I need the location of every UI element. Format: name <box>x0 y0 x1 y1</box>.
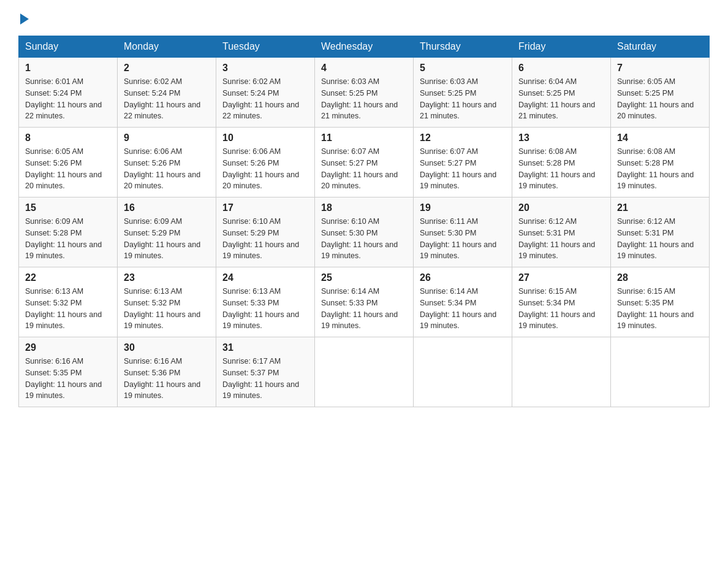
day-info: Sunrise: 6:13 AMSunset: 5:32 PMDaylight:… <box>25 286 111 332</box>
weekday-header-monday: Monday <box>118 36 216 58</box>
day-number: 22 <box>25 272 111 283</box>
day-info: Sunrise: 6:08 AMSunset: 5:28 PMDaylight:… <box>617 146 703 192</box>
day-info: Sunrise: 6:11 AMSunset: 5:30 PMDaylight:… <box>420 216 506 262</box>
calendar-week-row: 1Sunrise: 6:01 AMSunset: 5:24 PMDaylight… <box>19 58 710 128</box>
day-info: Sunrise: 6:03 AMSunset: 5:25 PMDaylight:… <box>321 76 407 122</box>
day-number: 30 <box>124 342 210 353</box>
day-number: 5 <box>420 63 506 74</box>
calendar-cell: 25Sunrise: 6:14 AMSunset: 5:33 PMDayligh… <box>315 267 414 337</box>
calendar-body: 1Sunrise: 6:01 AMSunset: 5:24 PMDaylight… <box>19 58 710 407</box>
calendar-cell: 1Sunrise: 6:01 AMSunset: 5:24 PMDaylight… <box>19 58 118 128</box>
calendar-week-row: 22Sunrise: 6:13 AMSunset: 5:32 PMDayligh… <box>19 267 710 337</box>
day-number: 17 <box>222 202 308 213</box>
calendar-cell: 27Sunrise: 6:15 AMSunset: 5:34 PMDayligh… <box>512 267 611 337</box>
day-number: 29 <box>25 342 111 353</box>
calendar-cell: 29Sunrise: 6:16 AMSunset: 5:35 PMDayligh… <box>19 337 118 407</box>
day-number: 18 <box>321 202 407 213</box>
day-info: Sunrise: 6:05 AMSunset: 5:26 PMDaylight:… <box>25 146 111 192</box>
day-info: Sunrise: 6:01 AMSunset: 5:24 PMDaylight:… <box>25 76 111 122</box>
day-info: Sunrise: 6:07 AMSunset: 5:27 PMDaylight:… <box>321 146 407 192</box>
day-info: Sunrise: 6:08 AMSunset: 5:28 PMDaylight:… <box>518 146 604 192</box>
day-info: Sunrise: 6:12 AMSunset: 5:31 PMDaylight:… <box>518 216 604 262</box>
day-number: 4 <box>321 63 407 74</box>
weekday-header-sunday: Sunday <box>19 36 118 58</box>
day-number: 28 <box>617 272 703 283</box>
logo-arrow-icon <box>20 13 29 25</box>
weekday-header-wednesday: Wednesday <box>315 36 414 58</box>
calendar-cell <box>611 337 710 407</box>
day-info: Sunrise: 6:16 AMSunset: 5:36 PMDaylight:… <box>124 356 210 402</box>
calendar-table: SundayMondayTuesdayWednesdayThursdayFrid… <box>18 36 710 407</box>
calendar-cell: 7Sunrise: 6:05 AMSunset: 5:25 PMDaylight… <box>611 58 710 128</box>
day-info: Sunrise: 6:03 AMSunset: 5:25 PMDaylight:… <box>420 76 506 122</box>
calendar-cell: 13Sunrise: 6:08 AMSunset: 5:28 PMDayligh… <box>512 128 611 197</box>
page-header <box>18 12 710 25</box>
calendar-cell: 21Sunrise: 6:12 AMSunset: 5:31 PMDayligh… <box>611 197 710 267</box>
day-number: 7 <box>617 63 703 74</box>
day-info: Sunrise: 6:09 AMSunset: 5:29 PMDaylight:… <box>124 216 210 262</box>
day-info: Sunrise: 6:06 AMSunset: 5:26 PMDaylight:… <box>124 146 210 192</box>
calendar-cell: 14Sunrise: 6:08 AMSunset: 5:28 PMDayligh… <box>611 128 710 197</box>
day-number: 24 <box>222 272 308 283</box>
day-info: Sunrise: 6:15 AMSunset: 5:35 PMDaylight:… <box>617 286 703 332</box>
day-info: Sunrise: 6:07 AMSunset: 5:27 PMDaylight:… <box>420 146 506 192</box>
day-info: Sunrise: 6:02 AMSunset: 5:24 PMDaylight:… <box>222 76 308 122</box>
calendar-cell: 23Sunrise: 6:13 AMSunset: 5:32 PMDayligh… <box>118 267 216 337</box>
day-number: 12 <box>420 132 506 144</box>
calendar-week-row: 8Sunrise: 6:05 AMSunset: 5:26 PMDaylight… <box>19 128 710 197</box>
day-number: 1 <box>25 63 111 74</box>
calendar-cell: 12Sunrise: 6:07 AMSunset: 5:27 PMDayligh… <box>414 128 512 197</box>
day-number: 14 <box>617 132 703 144</box>
calendar-cell: 15Sunrise: 6:09 AMSunset: 5:28 PMDayligh… <box>19 197 118 267</box>
calendar-cell: 22Sunrise: 6:13 AMSunset: 5:32 PMDayligh… <box>19 267 118 337</box>
weekday-header-tuesday: Tuesday <box>216 36 315 58</box>
calendar-cell: 19Sunrise: 6:11 AMSunset: 5:30 PMDayligh… <box>414 197 512 267</box>
day-number: 15 <box>25 202 111 213</box>
calendar-cell: 28Sunrise: 6:15 AMSunset: 5:35 PMDayligh… <box>611 267 710 337</box>
weekday-header-thursday: Thursday <box>414 36 512 58</box>
day-number: 25 <box>321 272 407 283</box>
calendar-header-row: SundayMondayTuesdayWednesdayThursdayFrid… <box>19 36 710 58</box>
day-info: Sunrise: 6:09 AMSunset: 5:28 PMDaylight:… <box>25 216 111 262</box>
day-number: 27 <box>518 272 604 283</box>
day-info: Sunrise: 6:05 AMSunset: 5:25 PMDaylight:… <box>617 76 703 122</box>
day-info: Sunrise: 6:13 AMSunset: 5:33 PMDaylight:… <box>222 286 308 332</box>
day-number: 13 <box>518 132 604 144</box>
day-number: 8 <box>25 132 111 144</box>
day-number: 11 <box>321 132 407 144</box>
day-number: 21 <box>617 202 703 213</box>
day-number: 3 <box>222 63 308 74</box>
calendar-cell: 26Sunrise: 6:14 AMSunset: 5:34 PMDayligh… <box>414 267 512 337</box>
calendar-cell: 24Sunrise: 6:13 AMSunset: 5:33 PMDayligh… <box>216 267 315 337</box>
calendar-cell: 5Sunrise: 6:03 AMSunset: 5:25 PMDaylight… <box>414 58 512 128</box>
calendar-cell: 11Sunrise: 6:07 AMSunset: 5:27 PMDayligh… <box>315 128 414 197</box>
day-info: Sunrise: 6:02 AMSunset: 5:24 PMDaylight:… <box>124 76 210 122</box>
calendar-cell <box>414 337 512 407</box>
day-info: Sunrise: 6:17 AMSunset: 5:37 PMDaylight:… <box>222 356 308 402</box>
day-number: 26 <box>420 272 506 283</box>
day-number: 20 <box>518 202 604 213</box>
day-number: 19 <box>420 202 506 213</box>
day-number: 9 <box>124 132 210 144</box>
day-info: Sunrise: 6:14 AMSunset: 5:34 PMDaylight:… <box>420 286 506 332</box>
calendar-cell: 18Sunrise: 6:10 AMSunset: 5:30 PMDayligh… <box>315 197 414 267</box>
calendar-cell <box>512 337 611 407</box>
day-number: 10 <box>222 132 308 144</box>
calendar-cell: 4Sunrise: 6:03 AMSunset: 5:25 PMDaylight… <box>315 58 414 128</box>
calendar-cell: 2Sunrise: 6:02 AMSunset: 5:24 PMDaylight… <box>118 58 216 128</box>
calendar-cell: 8Sunrise: 6:05 AMSunset: 5:26 PMDaylight… <box>19 128 118 197</box>
calendar-cell: 16Sunrise: 6:09 AMSunset: 5:29 PMDayligh… <box>118 197 216 267</box>
calendar-week-row: 15Sunrise: 6:09 AMSunset: 5:28 PMDayligh… <box>19 197 710 267</box>
day-number: 2 <box>124 63 210 74</box>
calendar-week-row: 29Sunrise: 6:16 AMSunset: 5:35 PMDayligh… <box>19 337 710 407</box>
day-info: Sunrise: 6:13 AMSunset: 5:32 PMDaylight:… <box>124 286 210 332</box>
day-number: 23 <box>124 272 210 283</box>
calendar-cell: 10Sunrise: 6:06 AMSunset: 5:26 PMDayligh… <box>216 128 315 197</box>
day-info: Sunrise: 6:15 AMSunset: 5:34 PMDaylight:… <box>518 286 604 332</box>
day-number: 6 <box>518 63 604 74</box>
day-number: 16 <box>124 202 210 213</box>
calendar-cell <box>315 337 414 407</box>
calendar-cell: 31Sunrise: 6:17 AMSunset: 5:37 PMDayligh… <box>216 337 315 407</box>
calendar-cell: 9Sunrise: 6:06 AMSunset: 5:26 PMDaylight… <box>118 128 216 197</box>
day-info: Sunrise: 6:16 AMSunset: 5:35 PMDaylight:… <box>25 356 111 402</box>
